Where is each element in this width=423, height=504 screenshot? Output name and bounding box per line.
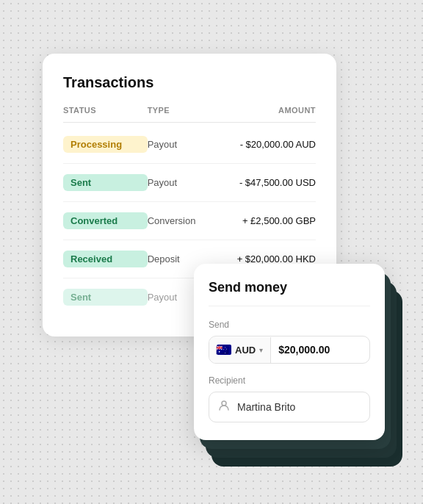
send-label: Send xyxy=(209,320,370,330)
chevron-down-icon: ▾ xyxy=(259,346,263,354)
status-badge-received: Received xyxy=(63,251,148,267)
person-icon xyxy=(218,400,230,414)
table-header: STATUS TYPE AMOUNT xyxy=(63,106,316,123)
send-money-card: Send money Send AUD ▾ Recipient Martina … xyxy=(194,264,385,440)
amount-text: - $47,500.00 USD xyxy=(231,177,316,188)
amount-text: + $20,000.00 HKD xyxy=(231,253,316,264)
currency-selector[interactable]: AUD ▾ xyxy=(209,337,271,363)
status-badge-processing: Processing xyxy=(63,136,148,153)
au-flag-icon xyxy=(217,345,231,355)
amount-input[interactable] xyxy=(271,336,370,363)
recipient-name: Martina Brito xyxy=(237,401,295,413)
type-text: Payout xyxy=(148,177,232,188)
currency-code: AUD xyxy=(235,345,256,356)
send-money-title: Send money xyxy=(209,280,370,306)
type-text: Deposit xyxy=(148,253,232,264)
col-status: STATUS xyxy=(63,106,148,115)
amount-text: + £2,500.00 GBP xyxy=(231,215,316,226)
table-row: Converted Conversion + £2,500.00 GBP xyxy=(63,202,316,240)
col-amount: AMOUNT xyxy=(231,106,316,115)
status-badge-sent-2: Sent xyxy=(63,289,148,306)
type-text: Payout xyxy=(148,139,232,150)
status-badge-sent: Sent xyxy=(63,174,148,191)
amount-text: - $20,000.00 AUD xyxy=(231,139,316,150)
status-badge-converted: Converted xyxy=(63,212,148,229)
recipient-row[interactable]: Martina Brito xyxy=(209,392,370,422)
recipient-label: Recipient xyxy=(209,375,370,386)
col-type: TYPE xyxy=(148,106,232,115)
table-row: Sent Payout - $47,500.00 USD xyxy=(63,164,316,202)
svg-point-0 xyxy=(222,401,226,406)
type-text: Conversion xyxy=(148,215,232,226)
table-row: Processing Payout - $20,000.00 AUD xyxy=(63,126,316,164)
transactions-title: Transactions xyxy=(63,74,316,91)
currency-row[interactable]: AUD ▾ xyxy=(209,336,370,364)
